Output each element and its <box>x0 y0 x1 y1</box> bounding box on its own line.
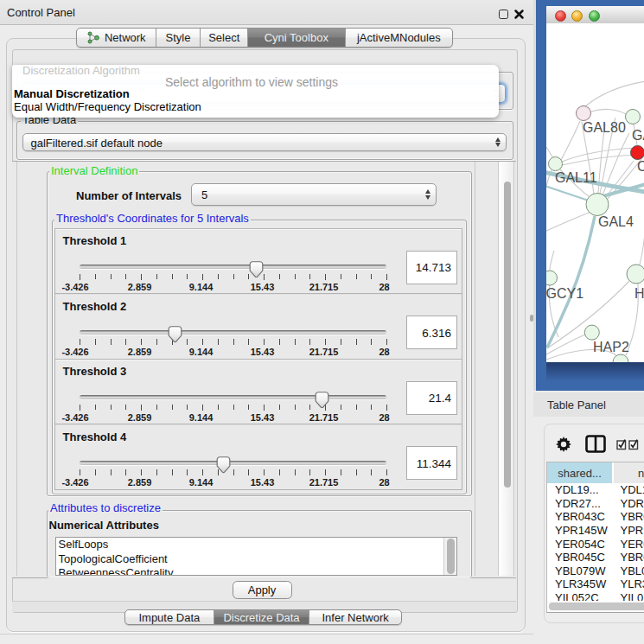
svg-text:CD: CD <box>637 159 644 174</box>
svg-text:GA: GA <box>632 128 644 143</box>
svg-text:GAL80: GAL80 <box>583 120 626 135</box>
svg-text:GAL4: GAL4 <box>598 214 634 229</box>
svg-text:HAP2: HAP2 <box>593 340 629 354</box>
svg-text:GCY1: GCY1 <box>546 286 583 301</box>
svg-text:GAL11: GAL11 <box>555 170 597 185</box>
svg-text:HI: HI <box>634 286 644 301</box>
